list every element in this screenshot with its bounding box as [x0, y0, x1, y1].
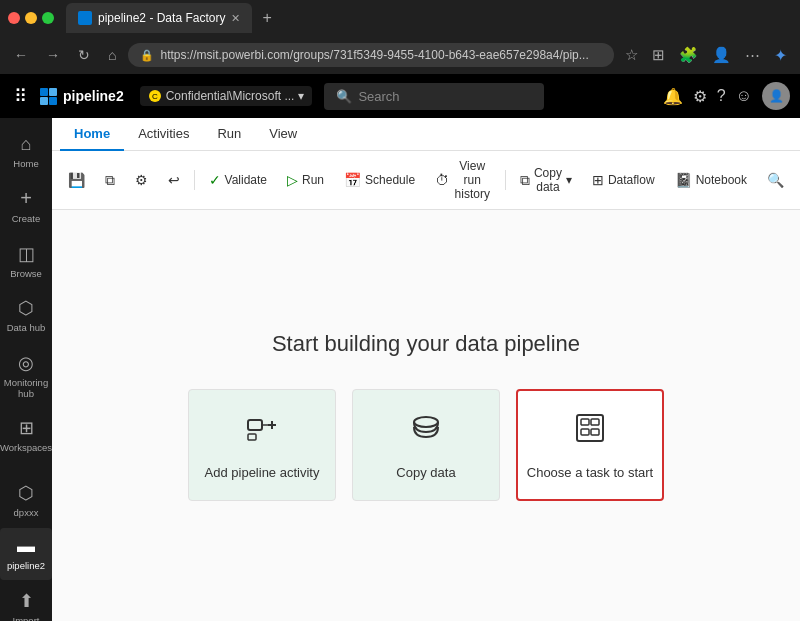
choose-task-label: Choose a task to start [519, 465, 661, 480]
copy-data-card-icon [408, 410, 444, 453]
run-btn[interactable]: ▷ Run [279, 168, 332, 192]
home-btn[interactable]: ⌂ [102, 43, 122, 67]
sidebar-item-import-data[interactable]: ⬆ Import Data [0, 582, 52, 621]
data-hub-icon: ⬡ [18, 297, 34, 319]
workspaces-icon: ⊞ [19, 417, 34, 439]
confidential-icon: C [148, 89, 162, 103]
sidebar-pipeline2-label: pipeline2 [7, 560, 45, 571]
canvas-title: Start building your data pipeline [272, 331, 580, 357]
more-btn[interactable]: ⋯ [740, 43, 765, 67]
choose-task-card[interactable]: Choose a task to start [516, 389, 664, 501]
refresh-btn[interactable]: ↻ [72, 43, 96, 67]
svg-rect-6 [248, 420, 262, 430]
url-text: https://msit.powerbi.com/groups/731f5349… [160, 48, 588, 62]
copy-data-icon: ⧉ [520, 172, 530, 189]
new-tab-btn[interactable]: + [258, 5, 275, 31]
copilot-btn[interactable]: ✦ [769, 43, 792, 68]
browser-chrome: pipeline2 - Data Factory ✕ + [0, 0, 800, 36]
ribbon-separator-2 [505, 170, 506, 190]
undo-icon: ↩ [168, 172, 180, 188]
back-btn[interactable]: ← [8, 43, 34, 67]
duplicate-btn[interactable]: ⧉ [97, 168, 123, 193]
copy-data-btn[interactable]: ⧉ Copy data ▾ [512, 162, 580, 198]
svg-rect-3 [49, 97, 57, 105]
sidebar-item-data-hub[interactable]: ⬡ Data hub [0, 289, 52, 341]
validate-btn[interactable]: ✓ Validate [201, 168, 275, 192]
browser-toolbar-right: ☆ ⊞ 🧩 👤 ⋯ ✦ [620, 43, 792, 68]
settings-ribbon-icon: ⚙ [135, 172, 148, 188]
duplicate-icon: ⧉ [105, 172, 115, 189]
sidebar-browse-label: Browse [10, 268, 42, 279]
waffle-menu-btn[interactable]: ⠿ [10, 81, 31, 111]
sidebar-workspaces-label: Workspaces [0, 442, 52, 453]
choose-task-icon [572, 410, 608, 453]
extensions-btn[interactable]: 🧩 [674, 43, 703, 67]
schedule-label: Schedule [365, 173, 415, 187]
sidebar-item-create[interactable]: + Create [0, 179, 52, 232]
browser-tab[interactable]: pipeline2 - Data Factory ✕ [66, 3, 252, 33]
address-bar-row: ← → ↻ ⌂ 🔒 https://msit.powerbi.com/group… [0, 36, 800, 74]
add-pipeline-activity-label: Add pipeline activity [197, 465, 328, 480]
run-label: Run [302, 173, 324, 187]
sidebar-item-dpxxx[interactable]: ⬡ dpxxx [0, 474, 52, 526]
sidebar-monitoring-label: Monitoring hub [4, 377, 48, 400]
sidebar-create-label: Create [12, 213, 41, 224]
import-data-icon: ⬆ [19, 590, 34, 612]
feedback-btn[interactable]: ☺ [736, 87, 752, 105]
canvas-area: Start building your data pipeline Add pi… [52, 210, 800, 621]
notebook-btn[interactable]: 📓 Notebook [667, 168, 755, 192]
subtitle-chevron: ▾ [298, 89, 304, 103]
tab-view[interactable]: View [255, 118, 311, 151]
run-history-icon: ⏱ [435, 172, 449, 188]
dpxxx-icon: ⬡ [18, 482, 34, 504]
tab-run[interactable]: Run [203, 118, 255, 151]
schedule-btn[interactable]: 📅 Schedule [336, 168, 423, 192]
search-ribbon-btn[interactable]: 🔍 [759, 168, 792, 192]
run-history-label: View run history [453, 159, 491, 201]
tab-close-btn[interactable]: ✕ [231, 12, 240, 25]
sidebar-datahub-label: Data hub [7, 322, 46, 333]
win-min-btn[interactable] [25, 12, 37, 24]
sidebar-item-workspaces[interactable]: ⊞ Workspaces [0, 409, 52, 461]
settings-btn[interactable]: ⚙ [693, 87, 707, 106]
sidebar-item-browse[interactable]: ◫ Browse [0, 235, 52, 287]
collections-btn[interactable]: ⊞ [647, 43, 670, 67]
app-subtitle[interactable]: C Confidential\Microsoft ... ▾ [140, 86, 313, 106]
settings-ribbon-btn[interactable]: ⚙ [127, 168, 156, 192]
win-close-btn[interactable] [8, 12, 20, 24]
svg-text:C: C [152, 92, 158, 101]
win-max-btn[interactable] [42, 12, 54, 24]
home-icon: ⌂ [21, 134, 32, 155]
sidebar-item-pipeline2[interactable]: ▬ pipeline2 [0, 528, 52, 579]
search-box[interactable]: 🔍 Search [324, 83, 544, 110]
ribbon-separator-1 [194, 170, 195, 190]
forward-btn[interactable]: → [40, 43, 66, 67]
address-bar[interactable]: 🔒 https://msit.powerbi.com/groups/731f53… [128, 43, 614, 67]
svg-rect-15 [581, 429, 589, 435]
tab-favicon [78, 11, 92, 25]
svg-rect-0 [40, 88, 48, 96]
save-btn[interactable]: 💾 [60, 168, 93, 192]
svg-rect-1 [49, 88, 57, 96]
add-pipeline-activity-card[interactable]: Add pipeline activity [188, 389, 336, 501]
undo-btn[interactable]: ↩ [160, 168, 188, 192]
favorites-btn[interactable]: ☆ [620, 43, 643, 67]
help-btn[interactable]: ? [717, 87, 726, 105]
sidebar-item-monitoring-hub[interactable]: ◎ Monitoring hub [0, 344, 52, 408]
copy-data-card[interactable]: Copy data [352, 389, 500, 501]
notifications-btn[interactable]: 🔔 [663, 87, 683, 106]
tab-home[interactable]: Home [60, 118, 124, 151]
run-history-btn[interactable]: ⏱ View run history [427, 155, 499, 205]
pipeline-activity-icon [244, 410, 280, 453]
create-icon: + [20, 187, 32, 210]
user-avatar[interactable]: 👤 [762, 82, 790, 110]
svg-rect-7 [248, 434, 256, 440]
search-placeholder: Search [358, 89, 399, 104]
dataflow-btn[interactable]: ⊞ Dataflow [584, 168, 663, 192]
tab-activities[interactable]: Activities [124, 118, 203, 151]
profile-btn[interactable]: 👤 [707, 43, 736, 67]
ribbon-tabs: Home Activities Run View [52, 118, 800, 151]
copy-data-dropdown-icon: ▾ [566, 173, 572, 187]
validate-label: Validate [225, 173, 267, 187]
sidebar-item-home[interactable]: ⌂ Home [0, 126, 52, 177]
